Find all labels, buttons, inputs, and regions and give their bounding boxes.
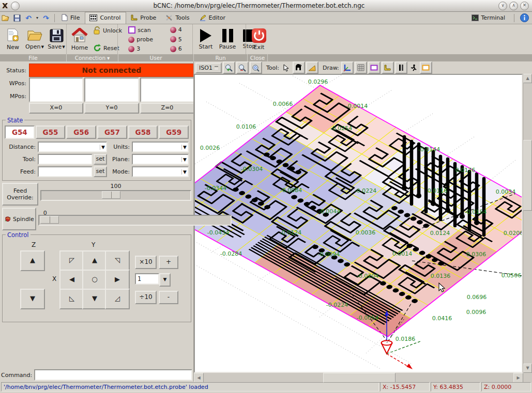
home-button[interactable]: Home <box>69 27 90 52</box>
jog-z-down[interactable]: ▼ <box>20 289 45 309</box>
user-button-5[interactable]: 5 <box>169 36 183 43</box>
horizontal-scroll-track[interactable] <box>204 373 513 383</box>
combo-arrow-icon[interactable]: ▼ <box>100 145 106 150</box>
mode-combo[interactable]: ▼ <box>132 166 189 177</box>
info-icon[interactable] <box>520 13 529 22</box>
scroll-right-icon[interactable]: ▶ <box>513 373 523 383</box>
y-zero-button[interactable]: Y=0 <box>84 103 139 114</box>
vertical-scroll-thumb[interactable] <box>523 140 532 211</box>
feed-override-slider[interactable] <box>40 190 191 201</box>
start-button[interactable]: Start <box>195 28 217 51</box>
jog-x-plus-y-plus[interactable]: ◹ <box>105 250 130 271</box>
wcs-g58-button[interactable]: G58 <box>128 125 158 139</box>
user-button-3[interactable]: 3 <box>127 45 154 53</box>
jog-x-minus-y-minus[interactable]: ◺ <box>59 289 84 309</box>
user-button-scan[interactable]: scan <box>127 26 154 34</box>
horizontal-scroll-thumb[interactable] <box>323 373 396 383</box>
units-combo[interactable]: ▼ <box>132 142 189 152</box>
draw-camera-icon[interactable] <box>420 61 432 74</box>
jog-x-plus[interactable]: ▶ <box>105 270 130 290</box>
tab-editor[interactable]: Editor <box>195 12 231 24</box>
user-button-4[interactable]: 4 <box>169 26 183 34</box>
draw-axes-icon[interactable] <box>341 61 354 74</box>
feed-set-button[interactable]: set <box>94 166 107 177</box>
close-button[interactable]: ✕ <box>520 2 529 10</box>
exit-button[interactable]: Exit <box>248 28 270 51</box>
scroll-down-icon[interactable]: ▼ <box>523 364 532 373</box>
jog-z-up[interactable]: ▲ <box>20 250 45 271</box>
combo-arrow-icon[interactable]: ▼ <box>159 273 171 287</box>
draw-margins-icon[interactable] <box>368 61 381 74</box>
draw-moves-icon[interactable] <box>408 62 419 73</box>
tab-probe[interactable]: Probe <box>126 12 161 24</box>
section-connection[interactable]: Connection▾ <box>67 54 118 61</box>
step-combo[interactable]: 1 ▼ <box>135 273 171 287</box>
wcs-g59-button[interactable]: G59 <box>159 125 189 139</box>
jog-y-minus[interactable]: ▼ <box>82 289 107 309</box>
gantry-tool-icon[interactable] <box>293 61 305 74</box>
scroll-left-icon[interactable]: ◀ <box>194 373 204 383</box>
ruler-tool-icon[interactable] <box>306 61 318 74</box>
undo-icon[interactable]: ↶ <box>23 13 34 23</box>
command-input[interactable] <box>34 369 192 381</box>
combo-arrow-icon[interactable]: ▼ <box>181 169 188 175</box>
section-close[interactable]: Close <box>248 54 268 61</box>
terminal-button[interactable]: Terminal <box>468 13 509 22</box>
plane-combo[interactable]: ▼ <box>132 154 189 165</box>
zoom-in-icon[interactable] <box>223 61 235 74</box>
spindle-button[interactable]: Spindle <box>2 208 36 230</box>
wcs-g56-button[interactable]: G56 <box>66 125 96 139</box>
jog-x-minus[interactable]: ◀ <box>59 270 84 290</box>
feed-override-button[interactable]: Feed Override: <box>2 183 38 206</box>
pause-button[interactable]: Pause <box>217 28 238 51</box>
user-button-6[interactable]: 6 <box>169 45 183 53</box>
redo-icon[interactable]: ↷ <box>41 13 51 23</box>
step-div10-button[interactable]: ÷10 <box>135 291 157 304</box>
new-button[interactable]: New <box>2 28 24 51</box>
vertical-scroll-track[interactable] <box>523 83 532 364</box>
view-select[interactable]: ISO1 <box>195 62 222 73</box>
open-button[interactable]: Open▾ <box>24 28 45 51</box>
tool-entry[interactable] <box>38 154 93 165</box>
step-minus-button[interactable]: - <box>159 291 178 304</box>
feed-entry[interactable] <box>38 166 93 177</box>
slider-handle[interactable] <box>40 216 59 224</box>
window-menu-button[interactable] <box>11 2 20 10</box>
zoom-out-icon[interactable] <box>236 61 249 74</box>
horizontal-scrollbar[interactable]: ◀ ▶ <box>194 373 532 383</box>
tab-control[interactable]: Control <box>85 12 126 24</box>
zoom-fit-icon[interactable] <box>250 61 262 74</box>
x-zero-button[interactable]: X=0 <box>29 103 83 114</box>
section-user[interactable]: User <box>118 54 194 61</box>
vertical-scrollbar[interactable]: ▲ ▼ <box>523 74 532 373</box>
wcs-g54-button[interactable]: G54 <box>5 125 35 139</box>
tab-tools[interactable]: Tools <box>161 12 194 24</box>
undo-dropdown-icon[interactable]: ▾ <box>35 13 40 23</box>
section-run[interactable]: Run <box>194 54 248 61</box>
step-plus-button[interactable]: + <box>159 256 178 269</box>
slider-handle[interactable] <box>102 191 120 199</box>
select-pointer-icon[interactable] <box>281 62 292 73</box>
section-file[interactable]: File <box>0 54 67 61</box>
tab-file[interactable]: File <box>57 12 85 24</box>
combo-arrow-icon[interactable]: ▼ <box>181 157 188 162</box>
scroll-up-icon[interactable]: ▲ <box>523 74 532 83</box>
open-file-icon[interactable] <box>1 13 11 23</box>
step-entry[interactable]: 1 <box>135 273 159 285</box>
wcs-g57-button[interactable]: G57 <box>97 125 127 139</box>
draw-workarea-icon[interactable] <box>395 61 407 74</box>
spindle-slider[interactable] <box>38 215 232 226</box>
save-file-icon[interactable] <box>12 13 22 23</box>
draw-grid-icon[interactable] <box>355 61 367 74</box>
jog-center[interactable]: ○ <box>82 270 107 290</box>
z-zero-button[interactable]: Z=0 <box>140 103 194 114</box>
jog-x-plus-y-minus[interactable]: ◿ <box>105 289 130 309</box>
shade-button[interactable]: ∨ <box>498 2 507 10</box>
wcs-g55-button[interactable]: G55 <box>36 125 66 139</box>
jog-x-minus-y-plus[interactable]: ◸ <box>59 250 84 271</box>
user-button-probe[interactable]: probe <box>127 36 154 43</box>
draw-probe-icon[interactable] <box>382 61 394 74</box>
maximize-button[interactable]: ∧ <box>509 2 518 10</box>
tool-set-button[interactable]: set <box>94 154 107 165</box>
step-mul10-button[interactable]: ×10 <box>135 256 157 269</box>
